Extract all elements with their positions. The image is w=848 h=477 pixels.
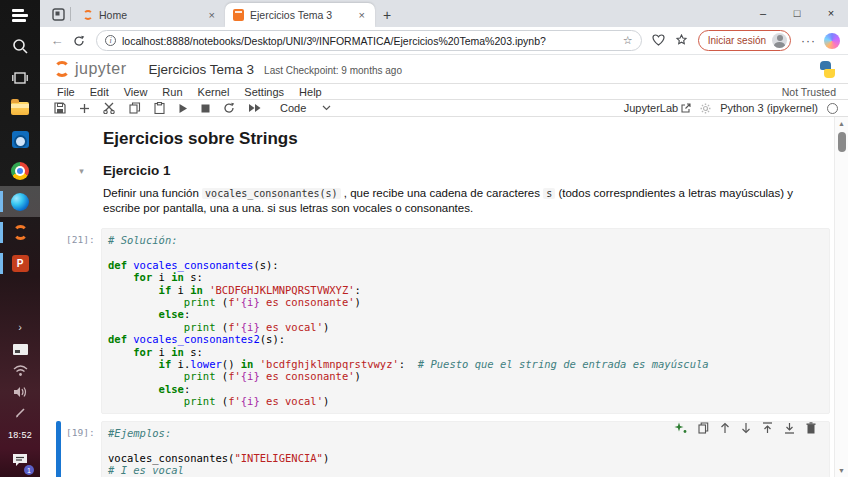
refresh-button[interactable] bbox=[68, 35, 90, 47]
jupyter-icon bbox=[13, 225, 28, 240]
browser-menu-button[interactable]: ··· bbox=[801, 34, 816, 48]
code-cell-21[interactable]: [21]: # Solución: def vocales_consonante… bbox=[60, 228, 830, 414]
duplicate-icon bbox=[698, 422, 709, 434]
open-jupyterlab-link[interactable]: JupyterLab bbox=[624, 102, 691, 114]
minimize-button[interactable]: – bbox=[746, 0, 780, 26]
touch-keyboard-button[interactable] bbox=[0, 338, 40, 360]
copilot-icon[interactable] bbox=[824, 33, 840, 49]
heading-collapser-icon[interactable]: ▾ bbox=[60, 166, 103, 176]
code-input[interactable]: # Solución: def vocales_consonantes(s): … bbox=[101, 228, 830, 414]
taskbar: P › 18:52 1 bbox=[0, 0, 40, 477]
copy-cell-button[interactable] bbox=[129, 102, 141, 114]
edge-icon bbox=[11, 193, 29, 211]
paste-cell-button[interactable] bbox=[154, 102, 165, 114]
menu-settings[interactable]: Settings bbox=[244, 86, 284, 98]
scroll-down-icon[interactable]: ▼ bbox=[838, 464, 845, 477]
menu-file[interactable]: File bbox=[57, 86, 75, 98]
notebook-scrollbar[interactable]: ▲ ▼ bbox=[834, 117, 848, 477]
favorites-button[interactable] bbox=[675, 32, 688, 50]
taskbar-clock[interactable]: 18:52 bbox=[0, 423, 40, 447]
start-icon bbox=[12, 7, 28, 24]
running-indicator bbox=[0, 253, 3, 274]
taskbar-edge[interactable] bbox=[0, 186, 40, 217]
duplicate-cell-button[interactable] bbox=[698, 422, 709, 434]
markdown-paragraph: Definir una función vocales_consonantes(… bbox=[103, 186, 824, 216]
avatar bbox=[772, 33, 787, 48]
code-line: vocales_consonantes("INTELIGENCIA") bbox=[108, 452, 823, 464]
ai-generate-button[interactable] bbox=[674, 422, 687, 434]
browser-toolbar: ← i localhost:8888/notebooks/Desktop/UNI… bbox=[40, 27, 848, 55]
insert-cell-button[interactable] bbox=[79, 103, 90, 114]
kernel-name[interactable]: Python 3 (ipykernel) bbox=[720, 102, 818, 114]
address-bar[interactable]: i localhost:8888/notebooks/Desktop/UNI/3… bbox=[96, 30, 642, 51]
menu-view[interactable]: View bbox=[124, 86, 148, 98]
site-info-icon[interactable]: i bbox=[105, 35, 116, 46]
notebook-title[interactable]: Ejercicios Tema 3 bbox=[149, 62, 255, 77]
jupyter-logo[interactable]: jupyter bbox=[54, 60, 127, 78]
tab-actions-button[interactable] bbox=[46, 4, 70, 24]
scissors-icon bbox=[103, 102, 116, 114]
tab-ejercicios[interactable]: Ejercicios Tema 3 × bbox=[225, 3, 375, 27]
menu-edit[interactable]: Edit bbox=[90, 86, 109, 98]
gear-icon[interactable] bbox=[700, 103, 711, 114]
start-button[interactable] bbox=[0, 0, 40, 31]
interrupt-kernel-button[interactable] bbox=[201, 104, 210, 113]
windows-ink-button[interactable] bbox=[0, 402, 40, 423]
trash-icon bbox=[806, 422, 816, 434]
cell-type-dropdown[interactable]: Code bbox=[280, 102, 331, 114]
close-tab-icon[interactable]: × bbox=[207, 9, 217, 21]
tab-home[interactable]: Home × bbox=[75, 3, 225, 27]
scrollbar-thumb[interactable] bbox=[838, 132, 846, 152]
markdown-heading: Ejercicios sobre Strings bbox=[103, 129, 830, 149]
back-button[interactable]: ← bbox=[46, 33, 68, 48]
code-line bbox=[108, 246, 823, 258]
run-all-button[interactable] bbox=[248, 103, 261, 113]
taskbar-file-explorer[interactable] bbox=[0, 93, 40, 124]
scroll-up-icon[interactable]: ▲ bbox=[838, 117, 845, 130]
run-cell-button[interactable] bbox=[178, 103, 188, 114]
code-line: print (f'{i} es vocal') bbox=[108, 321, 823, 333]
inline-code: vocales_consonantes(s) bbox=[202, 188, 340, 199]
code-line: else: bbox=[108, 383, 823, 395]
code-line: if i.lower() in 'bcdfghjklmnpqrstvwyz': … bbox=[108, 358, 823, 370]
favorite-star-icon[interactable]: ☆ bbox=[623, 34, 633, 47]
save-button[interactable] bbox=[54, 102, 66, 114]
insert-above-icon bbox=[762, 422, 773, 434]
delete-cell-button[interactable] bbox=[806, 422, 816, 434]
move-cell-up-button[interactable] bbox=[720, 422, 730, 434]
signin-button[interactable]: Iniciar sesión bbox=[698, 30, 791, 51]
taskbar-outlook[interactable] bbox=[0, 124, 40, 155]
menu-kernel[interactable]: Kernel bbox=[198, 86, 230, 98]
maximize-button[interactable]: □ bbox=[780, 0, 814, 26]
markdown-subheading: Ejercicio 1 bbox=[103, 163, 171, 178]
task-view-button[interactable] bbox=[0, 62, 40, 93]
show-hidden-icons-button[interactable]: › bbox=[0, 316, 40, 338]
new-tab-button[interactable]: + bbox=[375, 3, 399, 27]
network-button[interactable] bbox=[0, 360, 40, 381]
taskbar-search-button[interactable] bbox=[0, 31, 40, 62]
action-center-button[interactable]: 1 bbox=[0, 447, 40, 477]
menu-run[interactable]: Run bbox=[162, 86, 182, 98]
chrome-icon bbox=[11, 162, 29, 180]
taskbar-powerpoint[interactable]: P bbox=[0, 248, 40, 279]
code-line: # Solución: bbox=[108, 234, 823, 246]
close-tab-icon[interactable]: × bbox=[357, 9, 367, 21]
execution-count: [21]: bbox=[60, 228, 101, 414]
code-cell-19[interactable]: [19]: #Ejemplos: vocales_consonantes("IN… bbox=[60, 421, 830, 477]
menu-help[interactable]: Help bbox=[299, 86, 322, 98]
move-cell-down-button[interactable] bbox=[741, 422, 751, 434]
taskbar-chrome[interactable] bbox=[0, 155, 40, 186]
cell-selection-bar bbox=[56, 228, 61, 414]
notebook-favicon bbox=[233, 9, 244, 21]
trust-status[interactable]: Not Trusted bbox=[782, 86, 836, 98]
volume-button[interactable] bbox=[0, 381, 40, 402]
close-button[interactable]: × bbox=[814, 0, 848, 26]
browser-essentials-button[interactable] bbox=[652, 32, 665, 50]
insert-cell-below-button[interactable] bbox=[784, 422, 795, 434]
insert-cell-above-button[interactable] bbox=[762, 422, 773, 434]
cut-cell-button[interactable] bbox=[103, 102, 116, 114]
restart-kernel-button[interactable] bbox=[223, 102, 235, 114]
taskbar-jupyter[interactable] bbox=[0, 217, 40, 248]
restart-icon bbox=[223, 102, 235, 114]
plus-icon bbox=[79, 103, 90, 114]
